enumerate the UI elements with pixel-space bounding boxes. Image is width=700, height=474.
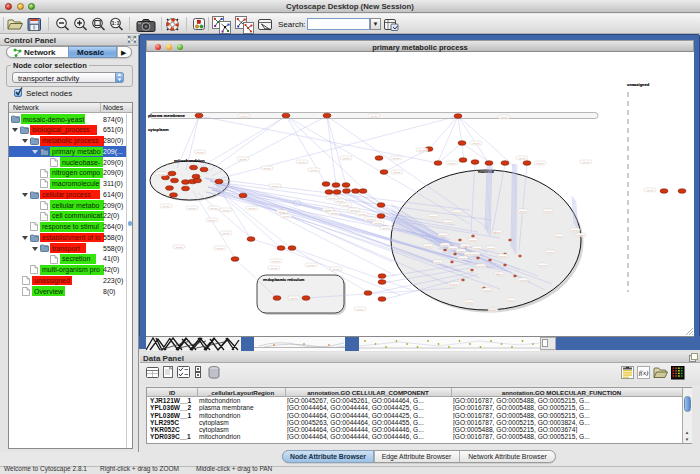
svg-text:(xx xx): (xx xx) <box>374 222 381 225</box>
svg-text:1:1: 1:1 <box>112 20 120 26</box>
svg-text:(xx xx): (xx xx) <box>208 219 215 222</box>
svg-text:(xx xx): (xx xx) <box>216 247 223 250</box>
svg-text:f(x): f(x) <box>639 369 649 377</box>
svg-text:(xx xx): (xx xx) <box>507 299 514 302</box>
svg-text:(xx xx): (xx xx) <box>418 149 425 152</box>
svg-text:(xx xx): (xx xx) <box>332 268 339 271</box>
svg-text:(xx xx): (xx xx) <box>495 273 502 276</box>
svg-text:(xx xx): (xx xx) <box>278 211 285 214</box>
svg-text:(xx xx): (xx xx) <box>444 221 451 224</box>
svg-text:(xx xx): (xx xx) <box>157 173 164 176</box>
svg-text:(xx xx): (xx xx) <box>162 205 169 208</box>
svg-text:(xx xx): (xx xx) <box>222 232 229 235</box>
svg-text:(xx xx): (xx xx) <box>310 169 317 172</box>
svg-text:unassigned: unassigned <box>627 82 650 87</box>
svg-text:(xx xx): (xx xx) <box>356 308 363 311</box>
svg-text:(xx xx): (xx xx) <box>457 250 464 253</box>
svg-text:(xx xx): (xx xx) <box>222 209 229 212</box>
svg-text:(xx xx): (xx xx) <box>342 157 349 160</box>
svg-text:(xx xx): (xx xx) <box>441 244 448 247</box>
svg-text:(xx xx): (xx xx) <box>270 267 277 270</box>
svg-text:(xx xx): (xx xx) <box>461 245 468 248</box>
svg-text:(xx xx): (xx xx) <box>536 162 543 165</box>
svg-text:endoplasmic reticulum: endoplasmic reticulum <box>263 278 305 282</box>
svg-text:(xx xx): (xx xx) <box>350 209 357 212</box>
svg-text:(xx xx): (xx xx) <box>519 210 526 213</box>
svg-text:(xx xx): (xx xx) <box>188 207 195 210</box>
svg-text:(xx xx): (xx xx) <box>487 247 494 250</box>
svg-text:(xx xx): (xx xx) <box>298 161 305 164</box>
svg-text:(xx xx): (xx xx) <box>469 239 476 242</box>
svg-text:mitochondrion: mitochondrion <box>174 158 205 163</box>
svg-text:(xx xx): (xx xx) <box>290 297 297 300</box>
svg-text:(xx xx): (xx xx) <box>328 197 335 200</box>
svg-text:(xx xx): (xx xx) <box>175 246 182 249</box>
svg-text:(xx xx): (xx xx) <box>382 227 389 230</box>
svg-text:(xx xx): (xx xx) <box>358 213 365 216</box>
svg-text:(xx xx): (xx xx) <box>239 158 246 161</box>
svg-text:(xx xx): (xx xx) <box>196 151 203 154</box>
svg-text:cytoplasm: cytoplasm <box>148 127 169 132</box>
svg-text:(xx xx): (xx xx) <box>448 162 455 165</box>
svg-text:(xx xx): (xx xx) <box>489 309 496 312</box>
svg-text:(xx xx): (xx xx) <box>646 189 653 192</box>
svg-text:(xx xx): (xx xx) <box>271 185 278 188</box>
svg-text:(xx xx): (xx xx) <box>465 301 472 304</box>
svg-text:(xx xx): (xx xx) <box>493 231 500 234</box>
svg-text:(xx xx): (xx xx) <box>429 215 436 218</box>
svg-text:(xx xx): (xx xx) <box>499 255 506 258</box>
svg-text:(xx xx): (xx xx) <box>449 247 456 250</box>
svg-text:(xx xx): (xx xx) <box>483 289 490 292</box>
svg-text:(xx xx): (xx xx) <box>519 279 526 282</box>
svg-text:(xx xx): (xx xx) <box>500 116 507 119</box>
svg-text:(xx xx): (xx xx) <box>370 115 377 118</box>
svg-text:(xx xx): (xx xx) <box>544 210 551 213</box>
svg-text:(xx xx): (xx xx) <box>582 161 589 164</box>
svg-text:(xx xx): (xx xx) <box>472 142 479 145</box>
svg-text:(xx xx): (xx xx) <box>539 264 546 267</box>
svg-text:(xx xx): (xx xx) <box>451 283 458 286</box>
svg-text:(xx xx): (xx xx) <box>393 171 400 174</box>
svg-text:(xx xx): (xx xx) <box>453 211 460 214</box>
svg-text:(xx xx): (xx xx) <box>210 207 217 210</box>
svg-text:(xx xx): (xx xx) <box>330 212 337 215</box>
svg-text:(xx xx): (xx xx) <box>342 204 349 207</box>
svg-text:(xx xx): (xx xx) <box>272 260 279 263</box>
svg-text:(xx xx): (xx xx) <box>473 247 480 250</box>
svg-text:(xx xx): (xx xx) <box>555 235 562 238</box>
svg-text:(xx xx): (xx xx) <box>248 207 255 210</box>
svg-text:(xx xx): (xx xx) <box>471 253 478 256</box>
svg-text:(xx xx): (xx xx) <box>282 215 289 218</box>
svg-text:(xx xx): (xx xx) <box>307 264 314 267</box>
svg-text:(xx xx): (xx xx) <box>424 245 431 248</box>
svg-text:(xx xx): (xx xx) <box>439 234 446 237</box>
svg-text:nucleus: nucleus <box>478 169 494 174</box>
svg-text:(xx xx): (xx xx) <box>392 157 399 160</box>
svg-text:(xx xx): (xx xx) <box>263 167 270 170</box>
svg-text:(xx xx): (xx xx) <box>459 257 466 260</box>
svg-text:(xx xx): (xx xx) <box>577 234 584 237</box>
svg-text:plasma membrane: plasma membrane <box>148 113 185 118</box>
svg-text:(xx xx): (xx xx) <box>477 265 484 268</box>
svg-text:(xx xx): (xx xx) <box>336 200 343 203</box>
svg-text:(xx xx): (xx xx) <box>546 251 553 254</box>
svg-text:(xx xx): (xx xx) <box>366 218 373 221</box>
svg-text:(xx xx): (xx xx) <box>518 157 525 160</box>
svg-text:(xx xx): (xx xx) <box>434 261 441 264</box>
svg-text:(xx xx): (xx xx) <box>571 229 578 232</box>
svg-text:(xx xx): (xx xx) <box>240 115 247 118</box>
